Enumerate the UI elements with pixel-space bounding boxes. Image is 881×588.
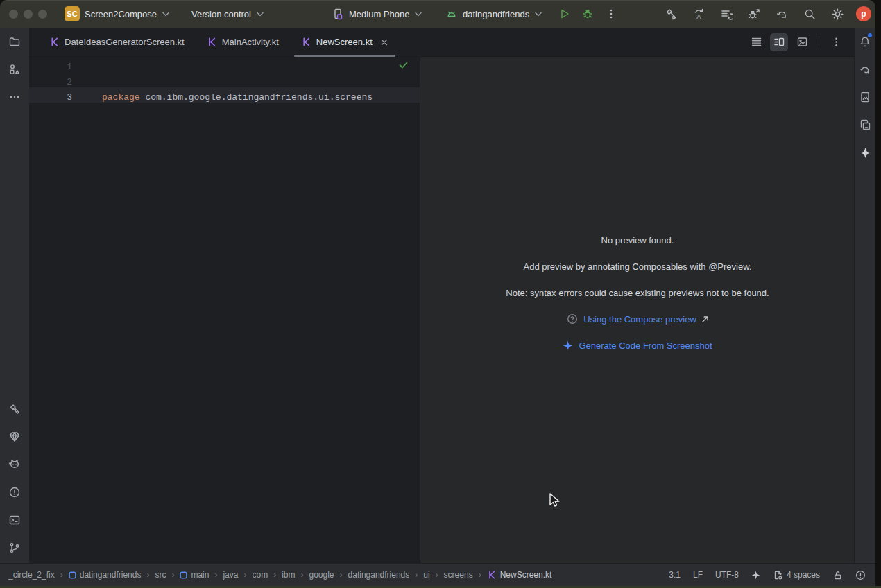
design-view-icon[interactable] <box>793 33 811 51</box>
indent-widget[interactable]: 4 spaces <box>773 570 820 580</box>
version-control-branch-icon[interactable] <box>1 534 28 562</box>
breadcrumb-item[interactable]: _circle_2_fix <box>8 570 55 580</box>
project-widget[interactable]: SC Screen2Compose <box>65 0 169 28</box>
breadcrumb-item[interactable]: google <box>309 570 334 580</box>
build-project-icon[interactable] <box>662 4 680 24</box>
unlock-icon[interactable] <box>832 570 843 580</box>
close-window-button[interactable] <box>9 10 18 19</box>
android-icon <box>445 8 458 20</box>
chevron-down-icon <box>535 12 542 17</box>
running-devices-icon[interactable] <box>855 83 875 111</box>
notification-dot <box>868 33 872 37</box>
inspection-ok-check-icon[interactable] <box>398 60 409 76</box>
build-tool-hammer-icon[interactable] <box>1 395 28 423</box>
project-icon: SC <box>65 6 80 21</box>
device-selector-label: Medium Phone <box>349 9 409 19</box>
breadcrumb-separator: › <box>146 570 149 580</box>
breadcrumb-separator: › <box>479 570 481 580</box>
close-tab-icon[interactable] <box>380 38 388 46</box>
breadcrumb-item-module[interactable]: main <box>180 570 209 580</box>
line-number[interactable]: 1 <box>29 60 72 75</box>
breadcrumb-separator: › <box>300 570 303 580</box>
encoding-widget[interactable]: UTF-8 <box>715 570 739 580</box>
syntax-note-message: Note: syntax errors could cause existing… <box>506 286 769 299</box>
gradle-elephant-icon[interactable] <box>855 55 875 83</box>
apply-changes-restart-icon[interactable]: A <box>690 4 708 24</box>
compose-preview-panel: No preview found. Add preview by annotat… <box>420 57 855 563</box>
titlebar-right-actions: A <box>662 0 871 28</box>
resource-manager-icon[interactable] <box>1 55 28 83</box>
breadcrumb-item[interactable]: src <box>155 570 166 580</box>
code-view-icon[interactable] <box>747 33 765 51</box>
settings-gear-icon[interactable] <box>828 4 846 24</box>
more-actions-kebab-icon[interactable] <box>601 4 621 24</box>
app-quality-insights-gem-icon[interactable] <box>1 423 28 451</box>
inspections-status-icon[interactable] <box>855 570 866 580</box>
line-number[interactable]: 2 <box>29 75 72 90</box>
apply-code-changes-icon[interactable] <box>717 4 735 24</box>
generate-code-from-screenshot-link[interactable]: Generate Code From Screenshot <box>563 339 712 352</box>
problems-alert-icon[interactable] <box>1 478 28 506</box>
compose-preview-help-link[interactable]: Using the Compose preview <box>567 313 708 325</box>
minimize-window-button[interactable] <box>24 10 33 19</box>
phone-device-icon <box>332 8 344 20</box>
split-view-icon[interactable] <box>770 33 788 51</box>
status-widgets: 3:1 LF UTF-8 4 spaces <box>669 570 866 580</box>
user-avatar[interactable]: p <box>856 6 871 21</box>
right-tool-rail <box>854 28 875 563</box>
device-manager-icon[interactable] <box>855 111 875 139</box>
run-button[interactable] <box>555 4 574 24</box>
gemini-status-sparkle-icon[interactable] <box>751 571 760 580</box>
tab-newscreen[interactable]: NewScreen.kt <box>290 28 400 56</box>
gemini-sparkle-icon <box>563 340 573 351</box>
line-number-gutter[interactable]: 1 2 3 <box>29 57 72 105</box>
project-tool-folder-icon[interactable] <box>1 28 28 55</box>
breadcrumb-item[interactable]: com <box>252 570 268 580</box>
device-selector[interactable]: Medium Phone <box>332 0 422 28</box>
breadcrumb-item-file[interactable]: NewScreen.kt <box>487 570 552 580</box>
editor-tab-bar: DateIdeasGeneratorScreen.kt MainActivity… <box>29 28 855 57</box>
ide-window: SC Screen2Compose Version control Medium… <box>0 0 875 586</box>
line-separator-widget[interactable]: LF <box>693 570 703 580</box>
run-configuration-selector[interactable]: datingandfriends <box>445 0 542 28</box>
breadcrumb-separator: › <box>273 570 276 580</box>
code-editor[interactable]: 1 2 3 package com.ibm.google.datingandfr… <box>29 57 420 563</box>
window-controls <box>9 10 47 19</box>
divider <box>819 36 819 49</box>
more-tool-windows-icon[interactable] <box>1 83 28 111</box>
attach-debugger-icon[interactable] <box>745 4 763 24</box>
file-settings-icon <box>773 570 783 580</box>
breadcrumb-separator: › <box>60 570 63 580</box>
generate-link-label: Generate Code From Screenshot <box>579 340 712 351</box>
terminal-icon[interactable] <box>1 506 28 534</box>
editor-options-kebab-icon[interactable] <box>827 33 845 51</box>
breadcrumb-item-module[interactable]: datingandfriends <box>69 570 142 580</box>
breadcrumb-separator: › <box>436 570 438 580</box>
run-config-label: datingandfriends <box>463 9 529 19</box>
code-content[interactable]: package com.ibm.google.datingandfriends.… <box>102 57 420 136</box>
search-everywhere-icon[interactable] <box>801 4 819 24</box>
version-control-widget[interactable]: Version control <box>191 0 264 28</box>
gemini-sparkle-icon[interactable] <box>855 139 875 166</box>
logcat-cat-icon[interactable] <box>1 451 28 478</box>
line-number-current[interactable]: 3 <box>29 90 72 105</box>
breadcrumb-item[interactable]: ui <box>423 570 429 580</box>
code-keyword: package <box>102 92 140 103</box>
zoom-window-button[interactable] <box>38 10 47 19</box>
notifications-bell-icon[interactable] <box>855 28 875 55</box>
breadcrumb-separator: › <box>243 570 246 580</box>
external-link-arrow-icon <box>702 316 708 322</box>
gradle-sync-icon[interactable] <box>773 4 791 24</box>
debug-button[interactable] <box>578 4 597 24</box>
breadcrumb-item[interactable]: ibm <box>282 570 295 580</box>
chevron-down-icon <box>257 12 264 17</box>
breadcrumb-separator: › <box>171 570 174 580</box>
caret-position-widget[interactable]: 3:1 <box>669 570 681 580</box>
tab-dateideasgeneratorscreen[interactable]: DateIdeasGeneratorScreen.kt <box>38 28 196 56</box>
breadcrumb-item[interactable]: java <box>223 570 238 580</box>
breadcrumb-item[interactable]: screens <box>444 570 473 580</box>
breadcrumb-item[interactable]: datingandfriends <box>348 570 410 580</box>
no-preview-message: No preview found. <box>601 234 674 246</box>
title-bar: SC Screen2Compose Version control Medium… <box>0 0 875 28</box>
tab-mainactivity[interactable]: MainActivity.kt <box>196 28 290 56</box>
